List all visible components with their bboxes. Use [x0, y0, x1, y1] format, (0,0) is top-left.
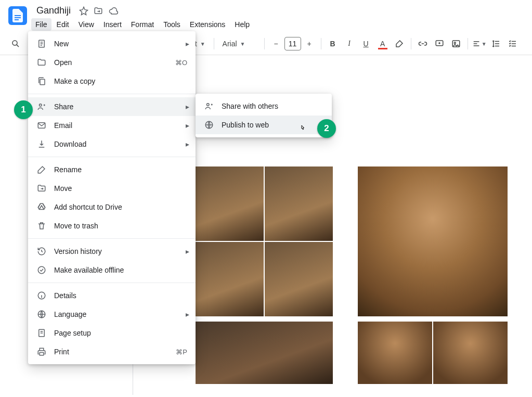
keyboard-shortcut: ⌘O [175, 59, 187, 67]
menu-item-trash[interactable]: Move to trash [28, 216, 196, 235]
menu-item-language[interactable]: Language ▸ [28, 305, 196, 324]
insert-image-icon[interactable] [449, 36, 463, 51]
menu-item-label: Download [54, 140, 86, 148]
menu-item-add-shortcut[interactable]: Add shortcut to Drive [28, 198, 196, 216]
menu-item-make-copy[interactable]: Make a copy [28, 72, 196, 91]
menu-insert[interactable]: Insert [99, 18, 126, 31]
trash-icon [36, 221, 47, 230]
menu-item-new[interactable]: New ▸ [28, 34, 196, 53]
move-folder-icon[interactable] [94, 6, 103, 16]
globe-icon [204, 120, 214, 130]
move-icon [36, 184, 47, 193]
menu-item-details[interactable]: Details [28, 286, 196, 305]
menu-tools[interactable]: Tools [159, 18, 185, 31]
svg-point-15 [207, 104, 210, 106]
menu-item-label: Page setup [54, 329, 91, 337]
submenu-arrow-icon: ▸ [186, 310, 189, 318]
document-image[interactable] [196, 167, 333, 316]
menu-item-label: Email [54, 121, 72, 130]
menubar: File Edit View Insert Format Tools Exten… [31, 17, 524, 33]
document-image[interactable] [358, 167, 508, 316]
menu-item-share[interactable]: Share ▸ [28, 97, 196, 116]
menu-item-label: Share [54, 103, 73, 111]
svg-point-3 [12, 41, 17, 45]
menu-item-label: Move [54, 184, 72, 193]
submenu-item-publish-web[interactable]: Publish to web [196, 116, 332, 134]
font-name: Arial [223, 40, 237, 48]
menu-item-label: Print [54, 348, 69, 356]
email-icon [36, 121, 47, 130]
submenu-arrow-icon: ▸ [186, 103, 189, 111]
insert-link-icon[interactable] [416, 36, 430, 51]
new-doc-icon [36, 39, 47, 48]
menu-item-rename[interactable]: Rename [28, 160, 196, 179]
menu-item-label: Add shortcut to Drive [54, 203, 122, 211]
annotation-badge-1: 1 [14, 100, 33, 119]
menu-item-label: Version history [54, 247, 102, 255]
submenu-arrow-icon: ▸ [186, 40, 189, 48]
font-dropdown[interactable]: Arial▼ [218, 36, 260, 52]
cloud-status-icon[interactable] [108, 6, 119, 16]
copy-icon [36, 76, 47, 86]
line-spacing-icon[interactable] [489, 36, 503, 51]
separator [321, 38, 321, 49]
menu-edit[interactable]: Edit [53, 18, 73, 31]
font-size-input[interactable]: 11 [284, 37, 301, 50]
page-setup-icon [36, 328, 47, 338]
search-menus-icon[interactable] [8, 36, 23, 51]
rename-icon [36, 165, 47, 174]
add-comment-icon[interactable] [432, 36, 447, 51]
svg-point-6 [454, 42, 456, 44]
app-header: Gandhiji File Edit View Insert Format To… [0, 0, 532, 33]
menu-item-label: Details [54, 291, 76, 300]
menu-separator [28, 157, 196, 157]
info-icon [36, 291, 47, 300]
checklist-icon[interactable] [505, 36, 520, 51]
menu-separator [28, 238, 196, 239]
menu-extensions[interactable]: Extensions [186, 18, 229, 31]
svg-rect-1 [15, 17, 21, 18]
document-image[interactable] [196, 322, 333, 384]
italic-button[interactable]: I [342, 36, 357, 51]
drive-shortcut-icon [36, 202, 47, 212]
underline-button[interactable]: U [359, 36, 373, 51]
increase-font-icon[interactable]: + [302, 36, 317, 51]
submenu-arrow-icon: ▸ [186, 121, 189, 130]
menu-view[interactable]: View [74, 18, 98, 31]
star-icon[interactable] [79, 6, 88, 16]
menu-help[interactable]: Help [230, 18, 254, 31]
document-image[interactable] [358, 322, 508, 384]
menu-item-download[interactable]: Download ▸ [28, 135, 196, 153]
menu-item-page-setup[interactable]: Page setup [28, 324, 196, 342]
svg-rect-2 [15, 19, 19, 20]
menu-item-version-history[interactable]: Version history ▸ [28, 242, 196, 261]
submenu-arrow-icon: ▸ [186, 140, 189, 148]
menu-item-print[interactable]: Print ⌘P [28, 342, 196, 361]
share-submenu: Share with others Publish to web [196, 94, 332, 137]
decrease-font-icon[interactable]: − [269, 36, 283, 51]
text-color-button[interactable]: A [375, 36, 390, 51]
menu-item-move[interactable]: Move [28, 179, 196, 198]
docs-logo[interactable] [8, 6, 27, 25]
font-size-control: − 11 + [269, 36, 317, 51]
folder-icon [36, 58, 47, 67]
separator [468, 38, 468, 49]
menu-file[interactable]: File [31, 18, 51, 31]
menu-item-open[interactable]: Open ⌘O [28, 53, 196, 72]
highlight-button[interactable] [392, 36, 407, 51]
bold-button[interactable]: B [326, 36, 340, 51]
menu-item-label: Share with others [222, 102, 278, 110]
menu-separator [28, 94, 196, 94]
menu-format[interactable]: Format [127, 18, 158, 31]
submenu-item-share-others[interactable]: Share with others [196, 97, 332, 116]
document-title[interactable]: Gandhiji [33, 4, 74, 17]
file-menu-dropdown: New ▸ Open ⌘O Make a copy Share ▸ Email … [28, 31, 196, 364]
align-dropdown[interactable]: ▼ [472, 36, 487, 51]
menu-item-label: Publish to web [222, 121, 269, 129]
menu-item-offline[interactable]: Make available offline [28, 261, 196, 279]
menu-item-label: New [54, 40, 69, 48]
menu-item-label: Move to trash [54, 222, 98, 230]
menu-item-label: Rename [54, 165, 82, 174]
keyboard-shortcut: ⌘P [176, 348, 187, 356]
menu-item-email[interactable]: Email ▸ [28, 116, 196, 135]
